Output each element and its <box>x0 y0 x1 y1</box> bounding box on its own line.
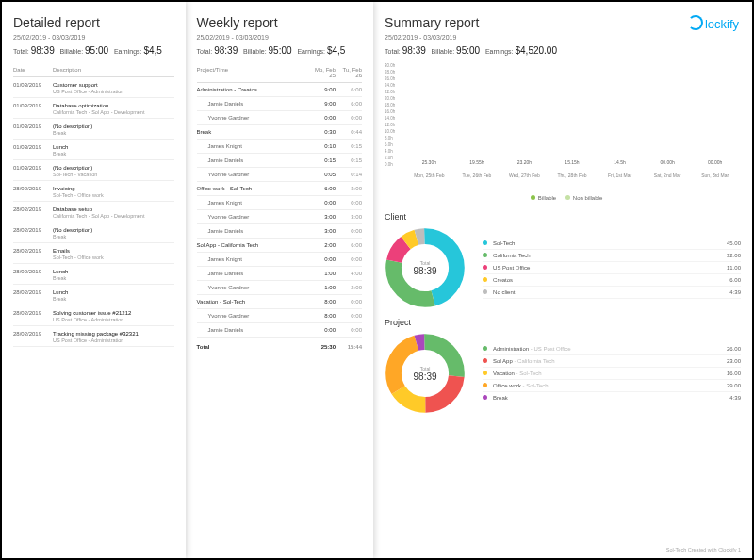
table-row: 28/02/2019Database setupCalifornia Tech … <box>13 202 174 222</box>
table-row: 28/02/2019EmailsSol-Tech - Office work <box>13 243 174 264</box>
table-row: Jamie Daniels0:000:00 <box>197 323 363 338</box>
chart-legend: Billable Non billable <box>385 195 741 201</box>
client-donut-chart: Total98:39 <box>385 227 466 308</box>
weekly-report-pane: Weekly report 25/02/2019 - 03/03/2019 To… <box>186 2 374 558</box>
table-row: Yvonne Gardner8:000:00 <box>197 309 363 323</box>
table-row: James Knight0:000:00 <box>197 253 363 267</box>
bar-chart: 30.0h28.0h26.0h24.0h22.0h20.0h18.0h16.0h… <box>385 63 741 186</box>
list-item: Creatos6.00 <box>483 274 741 287</box>
table-row: 01/03/2019(No description)Break <box>13 119 174 140</box>
table-row: Jamie Daniels1:004:00 <box>197 267 363 281</box>
weekly-table-header: Project/Time Mo, Feb 25 Tu, Feb 26 <box>197 63 363 83</box>
list-item: No client4:39 <box>483 287 741 299</box>
table-row: 28/02/2019(No description)Break <box>13 222 174 243</box>
table-row: 01/03/2019Customer supportUS Post Office… <box>13 77 174 98</box>
table-row: Office work - Sol-Tech6:003:00 <box>197 182 363 196</box>
list-item: Vacation - Sol-Tech16.00 <box>483 368 741 380</box>
detailed-title: Detailed report <box>13 15 174 30</box>
date-range: 25/02/2019 - 03/03/2019 <box>385 34 741 41</box>
table-row: 28/02/2019InvoicingSol-Tech - Office wor… <box>13 181 174 202</box>
weekly-total-row: Total 25:30 15:44 <box>197 338 363 354</box>
list-item: Administration - US Post Office26.00 <box>483 343 741 355</box>
table-row: 28/02/2019LunchBreak <box>13 285 174 305</box>
list-item: Sol App - California Tech23.00 <box>483 355 741 368</box>
table-row: Yvonne Gardner0:000:00 <box>197 111 363 125</box>
list-item: US Post Office11.00 <box>483 262 741 274</box>
table-row: Break0:300:44 <box>197 125 363 140</box>
list-item: California Tech32.00 <box>483 250 741 262</box>
client-section-title: Client <box>385 212 741 222</box>
totals-line: Total: 98:39 Billable: 95:00 Earnings: $… <box>197 45 363 56</box>
table-row: Jamie Daniels3:000:00 <box>197 224 363 239</box>
table-row: 01/03/2019LunchBreak <box>13 140 174 160</box>
table-row: Administration - Creatos9:006:00 <box>197 83 363 97</box>
table-row: 28/02/2019LunchBreak <box>13 264 174 285</box>
table-row: Sol App - California Tech2:006:00 <box>197 239 363 253</box>
project-donut-chart: Total98:39 <box>385 333 466 414</box>
table-row: Yvonne Gardner3:003:00 <box>197 210 363 224</box>
table-row: 28/02/2019Tracking missing package #3232… <box>13 326 174 347</box>
detailed-table-header: Date Description <box>13 63 174 77</box>
date-range: 25/02/2019 - 03/03/2019 <box>197 34 363 41</box>
table-row: James Knight0:000:00 <box>197 196 363 210</box>
date-range: 25/02/2019 - 03/03/2019 <box>13 34 174 41</box>
table-row: Yvonne Gardner0:050:14 <box>197 168 363 182</box>
weekly-title: Weekly report <box>197 15 363 30</box>
table-row: 28/02/2019Solving customer issue #21212U… <box>13 305 174 326</box>
list-item: Sol-Tech45.00 <box>483 238 741 250</box>
table-row: 01/03/2019Database optimizationCaliforni… <box>13 98 174 119</box>
project-list: Administration - US Post Office26.00Sol … <box>483 343 741 404</box>
list-item: Break4:39 <box>483 392 741 404</box>
clockify-logo: lockify <box>688 15 739 31</box>
totals-line: Total: 98:39 Billable: 95:00 Earnings: $… <box>13 45 174 56</box>
summary-report-pane: lockify Summary report 25/02/2019 - 03/0… <box>373 2 752 558</box>
client-list: Sol-Tech45.00California Tech32.00US Post… <box>483 238 741 299</box>
project-section-title: Project <box>385 318 741 327</box>
table-row: James Knight0:100:15 <box>197 140 363 154</box>
table-row: 01/03/2019(No description)Sol-Tech - Vac… <box>13 160 174 181</box>
table-row: Jamie Daniels9:006:00 <box>197 97 363 111</box>
page-footer: Sol-Tech Created with Clockify 1 <box>666 547 741 552</box>
table-row: Jamie Daniels0:150:15 <box>197 154 363 168</box>
list-item: Office work - Sol-Tech29.00 <box>483 380 741 392</box>
detailed-report-pane: Detailed report 25/02/2019 - 03/03/2019 … <box>2 2 186 558</box>
table-row: Yvonne Gardner1:002:00 <box>197 281 363 295</box>
table-row: Vacation - Sol-Tech8:000:00 <box>197 295 363 309</box>
totals-line: Total: 98:39 Billable: 95:00 Earnings: $… <box>385 45 741 56</box>
